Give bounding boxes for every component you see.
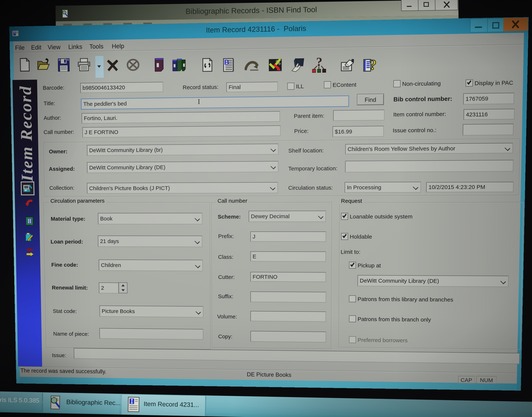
svg-text:?: ? — [369, 57, 377, 73]
svg-text:B: B — [224, 58, 229, 66]
